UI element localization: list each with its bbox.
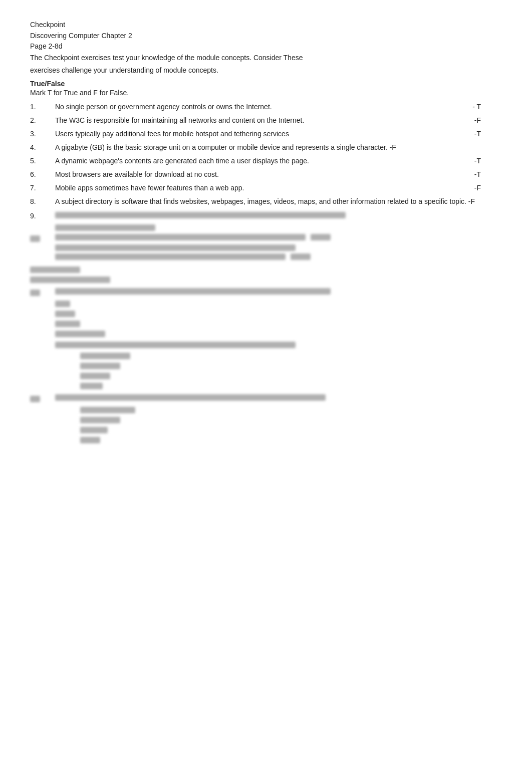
question-num: 4. bbox=[30, 142, 55, 153]
intro-text-2: exercises challenge your understanding o… bbox=[30, 65, 481, 76]
blurred-text bbox=[55, 342, 296, 348]
question-item: 8. A subject directory is software that … bbox=[30, 196, 481, 207]
q9-blurred-text bbox=[55, 212, 346, 218]
blurred-mc-section bbox=[30, 265, 481, 283]
question-item: 5. A dynamic webpage's contents are gene… bbox=[30, 156, 481, 166]
question-num: 3. bbox=[30, 129, 55, 139]
book-title: Discovering Computer bbox=[30, 32, 100, 40]
question-num: 1. bbox=[30, 102, 55, 112]
question-answer: -F bbox=[474, 115, 481, 126]
question-9: 9. bbox=[30, 212, 481, 220]
question-answer: -F bbox=[474, 183, 481, 193]
question-item: 3. Users typically pay additional fees f… bbox=[30, 129, 481, 139]
blurred-question-2 bbox=[30, 394, 481, 443]
blurred-group-10 bbox=[30, 234, 481, 260]
question-text: No single person or government agency co… bbox=[55, 102, 467, 112]
question-text: Mobile apps sometimes have fewer feature… bbox=[55, 183, 469, 193]
q9-num: 9. bbox=[30, 212, 55, 220]
question-item: 1. No single person or government agency… bbox=[30, 102, 481, 112]
blurred-section-sub bbox=[30, 277, 110, 283]
blurred-section: 9. bbox=[30, 212, 481, 443]
question-answer: -T bbox=[474, 156, 481, 166]
page-number: Page 2-8d bbox=[30, 42, 481, 52]
question-list: 1. No single person or government agency… bbox=[30, 102, 481, 207]
question-text: Most browsers are available for download… bbox=[55, 169, 469, 180]
blurred-section-title bbox=[30, 267, 80, 273]
question-text: Users typically pay additional fees for … bbox=[55, 129, 469, 139]
blurred-answer bbox=[291, 253, 311, 260]
question-answer: -T bbox=[474, 129, 481, 139]
blurred-text bbox=[55, 394, 326, 401]
instruction: Mark T for True and F for False. bbox=[30, 89, 481, 97]
checkpoint-label: Checkpoint bbox=[30, 20, 481, 30]
book-chapter: Discovering Computer Chapter 2 bbox=[30, 31, 481, 41]
question-text: A subject directory is software that fin… bbox=[55, 196, 481, 207]
question-item: 6. Most browsers are available for downl… bbox=[30, 169, 481, 180]
question-answer: -T bbox=[474, 169, 481, 180]
blurred-text bbox=[55, 234, 306, 240]
question-num: 5. bbox=[30, 156, 55, 166]
question-text: The W3C is responsible for maintaining a… bbox=[55, 115, 469, 126]
section-title: True/False bbox=[30, 80, 481, 88]
blurred-answer bbox=[311, 234, 331, 240]
blurred-continuation bbox=[55, 223, 481, 231]
question-item: 4. A gigabyte (GB) is the basic storage … bbox=[30, 142, 481, 153]
blurred-text bbox=[55, 288, 331, 295]
blurred-text bbox=[55, 253, 286, 260]
question-num: 2. bbox=[30, 115, 55, 126]
chapter-label: Chapter 2 bbox=[100, 32, 132, 40]
page-content: Checkpoint Discovering Computer Chapter … bbox=[30, 20, 481, 443]
question-answer: - T bbox=[472, 102, 481, 112]
question-item: 7. Mobile apps sometimes have fewer feat… bbox=[30, 183, 481, 193]
question-item: 2. The W3C is responsible for maintainin… bbox=[30, 115, 481, 126]
question-num: 7. bbox=[30, 183, 55, 193]
intro-text-1: The Checkpoint exercises test your knowl… bbox=[30, 53, 481, 63]
question-text: A dynamic webpage's contents are generat… bbox=[55, 156, 469, 166]
blurred-num bbox=[30, 234, 55, 242]
question-num: 8. bbox=[30, 196, 55, 207]
blurred-question-mc bbox=[30, 288, 481, 389]
blurred-text bbox=[55, 224, 155, 231]
question-text: A gigabyte (GB) is the basic storage uni… bbox=[55, 142, 481, 153]
question-num: 6. bbox=[30, 169, 55, 180]
blurred-text bbox=[55, 244, 296, 251]
header-section: Checkpoint Discovering Computer Chapter … bbox=[30, 20, 481, 76]
